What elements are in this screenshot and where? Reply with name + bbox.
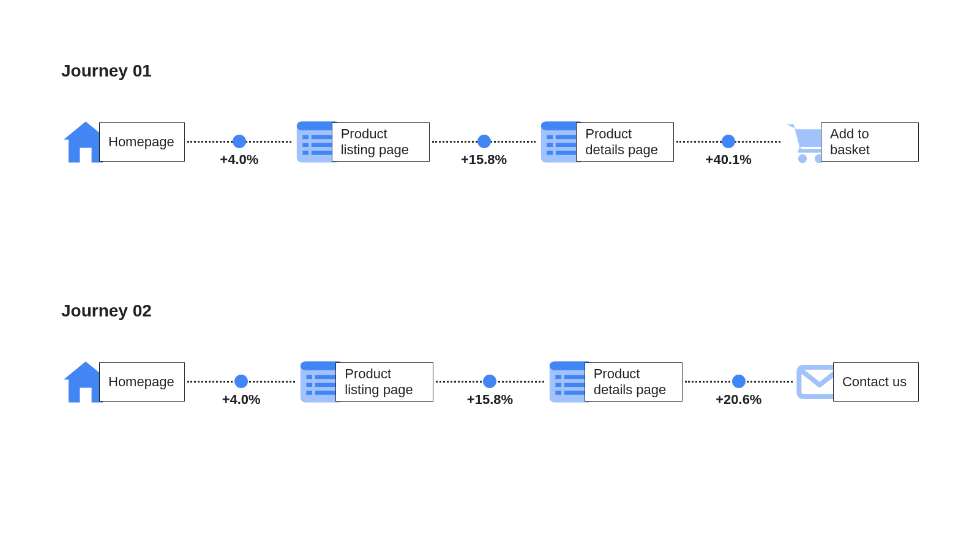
step-product-listing: Product listing page <box>297 357 433 406</box>
svg-rect-20 <box>307 375 313 379</box>
svg-rect-6 <box>302 151 309 154</box>
svg-rect-4 <box>302 143 309 147</box>
step-product-details: Product details page <box>547 357 683 406</box>
step-label: Product listing page <box>332 122 430 162</box>
step-label: Add to basket <box>821 122 919 162</box>
connector: +15.8% <box>432 118 536 166</box>
journey-title: Journey 01 <box>61 61 919 81</box>
step-product-listing: Product listing page <box>294 118 430 166</box>
connector-value: +15.8% <box>467 392 513 408</box>
journey-01: Journey 01 Homepage +4.0% <box>61 61 919 179</box>
svg-rect-32 <box>555 391 561 394</box>
journey-flow: Homepage +4.0% Product listing p <box>61 345 919 419</box>
svg-rect-23 <box>315 383 338 387</box>
step-product-details: Product details page <box>538 118 674 166</box>
svg-rect-22 <box>307 383 313 387</box>
svg-rect-15 <box>556 151 578 154</box>
connector-dot-icon <box>732 375 746 388</box>
svg-rect-5 <box>311 143 334 147</box>
connector: +4.0% <box>187 357 295 406</box>
step-label: Contact us <box>833 362 919 402</box>
svg-point-16 <box>798 154 807 163</box>
connector-value: +4.0% <box>222 392 261 408</box>
svg-rect-33 <box>564 391 586 394</box>
connector-value: +40.1% <box>706 152 752 168</box>
step-label: Product listing page <box>335 362 433 402</box>
svg-rect-14 <box>547 151 553 154</box>
journey-title: Journey 02 <box>61 301 919 321</box>
svg-rect-13 <box>556 143 578 147</box>
svg-rect-11 <box>556 135 578 139</box>
step-homepage: Homepage <box>61 357 185 406</box>
svg-rect-21 <box>315 375 338 379</box>
journey-02: Journey 02 Homepage +4.0% <box>61 301 919 419</box>
step-homepage: Homepage <box>61 118 185 166</box>
svg-rect-28 <box>555 375 561 379</box>
step-label: Product details page <box>585 362 683 402</box>
connector-dot-icon <box>234 375 248 388</box>
svg-rect-24 <box>307 391 313 394</box>
svg-rect-12 <box>547 143 553 147</box>
connector: +20.6% <box>685 357 793 406</box>
connector: +4.0% <box>187 118 291 166</box>
step-add-to-basket: Add to basket <box>783 118 919 166</box>
connector-dot-icon <box>722 135 735 148</box>
journey-flow: Homepage +4.0% Product listing p <box>61 105 919 179</box>
svg-rect-29 <box>564 375 586 379</box>
connector: +15.8% <box>436 357 544 406</box>
connector-dot-icon <box>477 135 491 148</box>
connector: +40.1% <box>676 118 780 166</box>
svg-rect-3 <box>311 135 334 139</box>
svg-rect-25 <box>315 391 338 394</box>
svg-rect-2 <box>302 135 309 139</box>
connector-dot-icon <box>483 375 496 388</box>
step-contact-us: Contact us <box>795 357 919 406</box>
connector-value: +4.0% <box>220 152 258 168</box>
svg-rect-30 <box>555 383 561 387</box>
svg-rect-10 <box>547 135 553 139</box>
step-label: Product details page <box>576 122 674 162</box>
svg-rect-7 <box>311 151 334 154</box>
connector-value: +20.6% <box>716 392 761 408</box>
step-label: Homepage <box>99 362 185 402</box>
connector-dot-icon <box>233 135 246 148</box>
svg-rect-31 <box>564 383 586 387</box>
step-label: Homepage <box>99 122 185 162</box>
connector-value: +15.8% <box>461 152 507 168</box>
